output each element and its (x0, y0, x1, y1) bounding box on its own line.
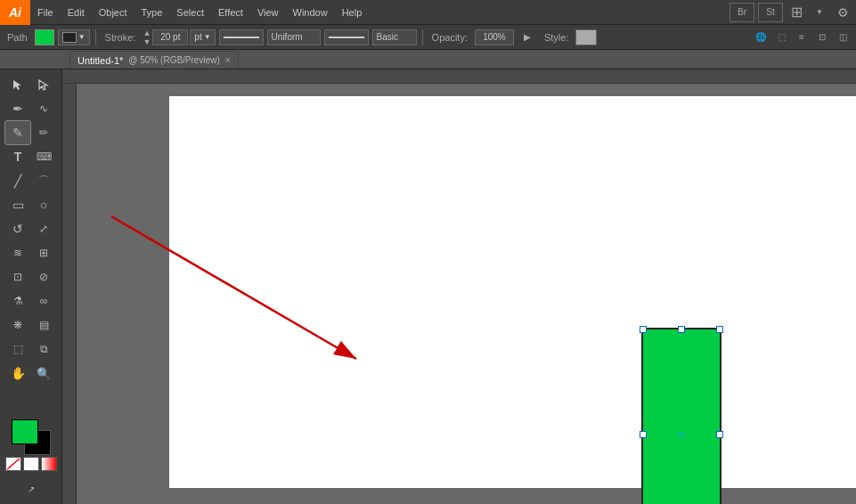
fill-swatch[interactable] (35, 29, 54, 45)
white-black-swatch[interactable] (23, 457, 39, 471)
workspace-icon[interactable]: ⊞ (787, 3, 806, 22)
basic-dropdown[interactable]: Basic (372, 29, 417, 45)
tool-row-12: ⬚ ⧉ (5, 337, 56, 361)
handle-middle-left[interactable] (640, 431, 647, 438)
type-tool[interactable]: T (5, 145, 30, 168)
arrange-icon[interactable]: ⚙ (833, 3, 852, 22)
pathfinder-icon[interactable]: ◫ (833, 28, 852, 47)
tool-row-7: ↺ ⤢ (5, 217, 56, 240)
tool-row-1 (5, 73, 56, 96)
handle-top-middle[interactable] (678, 326, 685, 333)
stroke-color-dropdown[interactable]: ▼ (58, 29, 90, 45)
menu-view[interactable]: View (250, 0, 286, 24)
opacity-input[interactable] (475, 29, 514, 45)
menu-edit[interactable]: Edit (61, 0, 92, 24)
artboard-tool[interactable]: ⬚ (5, 337, 30, 361)
touch-type-tool[interactable]: ⌨ (31, 145, 56, 168)
handle-middle-right[interactable] (716, 431, 723, 438)
globe-icon[interactable]: 🌐 (751, 28, 770, 47)
ruler-left (62, 84, 77, 504)
workspace-dropdown-icon[interactable]: ▼ (810, 3, 829, 22)
direct-selection-tool[interactable] (31, 73, 56, 96)
tab-close-button[interactable]: × (225, 56, 231, 65)
style-label: Style: (541, 32, 573, 43)
tool-row-3: ✎ ✏ (5, 121, 56, 144)
extra-tool-1[interactable]: ↗ (19, 477, 44, 500)
center-point (679, 432, 684, 437)
menu-select[interactable]: Select (169, 0, 211, 24)
menu-help[interactable]: Help (335, 0, 370, 24)
tool-row-4: T ⌨ (5, 145, 56, 168)
uniform-dropdown[interactable]: Uniform (267, 29, 321, 45)
arc-tool[interactable]: ⌒ (31, 169, 56, 192)
tab-subtitle: @ 50% (RGB/Preview) (128, 55, 219, 65)
stroke-dash-preview[interactable] (219, 29, 264, 45)
stroke-unit-dropdown[interactable]: pt▼ (190, 29, 215, 45)
app-logo: Ai (0, 0, 30, 25)
line-tool[interactable]: ╱ (5, 169, 30, 192)
handle-top-left[interactable] (640, 326, 647, 333)
path-label: Path (4, 32, 31, 43)
bridge-icon[interactable]: Br (730, 3, 754, 22)
color-section (2, 416, 61, 475)
zoom-tool[interactable]: 🔍 (31, 362, 56, 385)
image-trace-tool[interactable]: ⊡ (5, 265, 30, 289)
align-icon[interactable]: ≡ (792, 28, 811, 47)
rotate-tool[interactable]: ↺ (5, 217, 30, 240)
extra-tool-row: ↗ (19, 477, 44, 500)
tool-row-8: ≋ ⊞ (5, 241, 56, 264)
separator-1 (95, 29, 96, 45)
blend-tool[interactable]: ∞ (31, 289, 56, 313)
gradient-swatch[interactable] (41, 457, 57, 471)
menu-right-icons: Br St ⊞ ▼ ⚙ (730, 3, 856, 22)
pen-tool[interactable]: ✒ (5, 97, 30, 120)
tab-title: Untitled-1* (77, 55, 123, 66)
free-transform-tool[interactable]: ⊞ (31, 241, 56, 264)
stock-icon[interactable]: St (758, 3, 783, 22)
main-content: ✒ ∿ ✎ ✏ T ⌨ ╱ ⌒ ▭ ○ ↺ ⤢ ≋ ⊞ ⊡ ⊘ (0, 69, 856, 504)
color-stack (12, 419, 51, 455)
opacity-expand-icon[interactable]: ▶ (518, 28, 537, 47)
svg-marker-2 (13, 80, 21, 90)
stroke-width-group: ▲▼ pt▼ (143, 28, 215, 46)
stroke-width-input[interactable] (152, 29, 188, 45)
menu-items: File Edit Object Type Select Effect View… (30, 0, 730, 24)
menu-type[interactable]: Type (135, 0, 170, 24)
menu-object[interactable]: Object (92, 0, 135, 24)
hand-tool[interactable]: ✋ (5, 362, 30, 385)
ellipse-tool[interactable]: ○ (31, 193, 56, 216)
fill-color-swatch[interactable] (12, 419, 38, 444)
graph-tool[interactable]: ▤ (31, 313, 56, 337)
tool-row-13: ✋ 🔍 (5, 362, 56, 385)
symbol-sprayer-tool[interactable]: ❋ (5, 313, 30, 337)
artboard-options-icon[interactable]: ⬚ (771, 28, 791, 47)
rect-tool[interactable]: ▭ (5, 193, 30, 216)
ruler-top (62, 69, 856, 84)
stroke-label: Stroke: (102, 32, 140, 43)
tool-row-9: ⊡ ⊘ (5, 265, 56, 289)
brush-tool[interactable]: ✎ (5, 121, 30, 144)
color-none-swatch[interactable] (5, 457, 21, 471)
document-tab[interactable]: Untitled-1* @ 50% (RGB/Preview) × (69, 51, 239, 69)
selected-rectangle[interactable] (641, 328, 721, 504)
curvature-tool[interactable]: ∿ (31, 97, 56, 120)
slice-tool[interactable]: ⧉ (31, 337, 56, 361)
scale-tool[interactable]: ⤢ (31, 217, 56, 240)
menu-effect[interactable]: Effect (211, 0, 250, 24)
svg-marker-3 (39, 80, 47, 90)
menu-file[interactable]: File (30, 0, 61, 24)
menu-window[interactable]: Window (286, 0, 335, 24)
transform-icon[interactable]: ⊡ (812, 28, 832, 47)
stroke-style-preview[interactable] (324, 29, 369, 45)
canvas-area[interactable] (62, 69, 856, 504)
pencil-tool[interactable]: ✏ (31, 121, 56, 144)
opacity-label: Opacity: (428, 32, 471, 43)
style-swatch[interactable] (575, 29, 597, 45)
warp-tool[interactable]: ≋ (5, 241, 30, 264)
eyedropper-tool[interactable]: ⚗ (5, 289, 30, 313)
menu-bar: Ai File Edit Object Type Select Effect V… (0, 0, 856, 25)
handle-top-right[interactable] (716, 326, 723, 333)
perspective-grid-tool[interactable]: ⊘ (31, 265, 56, 289)
selection-tool[interactable] (5, 73, 30, 96)
control-toolbar: Path ▼ Stroke: ▲▼ pt▼ Uniform Basic Opac… (0, 25, 856, 50)
